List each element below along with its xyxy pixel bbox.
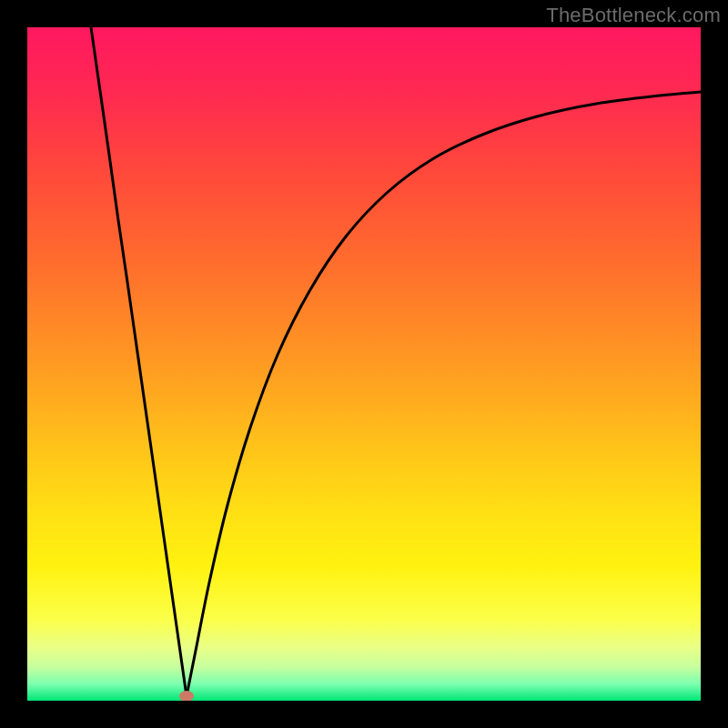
curve-left-branch: [91, 27, 187, 696]
curve-layer: [27, 27, 701, 701]
plot-area: [27, 27, 701, 701]
curve-right-branch: [187, 92, 701, 696]
chart-frame: TheBottleneck.com: [0, 0, 728, 728]
watermark-text: TheBottleneck.com: [546, 4, 721, 27]
minimum-marker: [179, 691, 194, 701]
